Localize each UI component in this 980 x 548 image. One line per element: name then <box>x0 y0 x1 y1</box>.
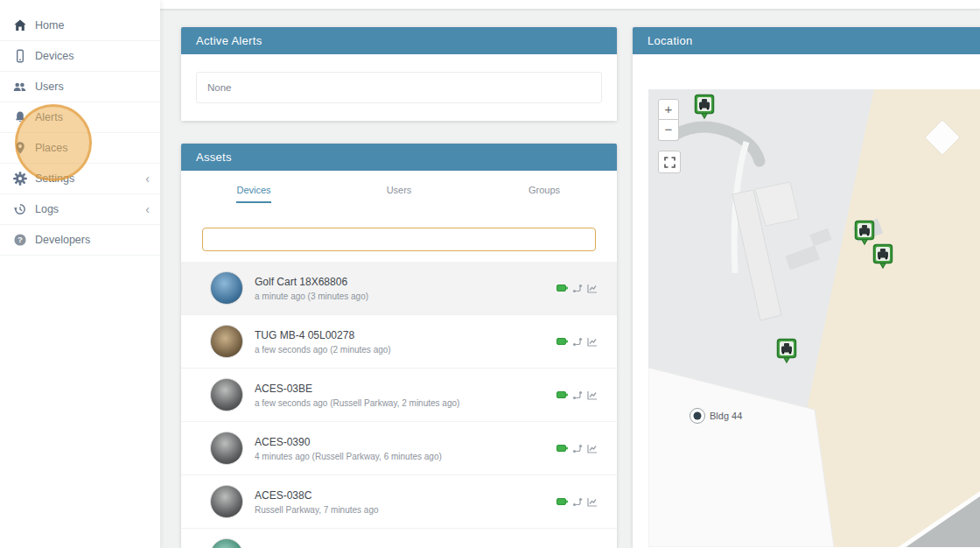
home-icon <box>12 18 27 32</box>
help-icon: ? <box>12 233 27 247</box>
device-search-input[interactable] <box>202 228 596 251</box>
device-row[interactable]: ACES-038C Russell Parkway, 7 minutes ago <box>181 475 617 529</box>
active-alerts-header: Active Alerts <box>181 27 617 54</box>
device-row[interactable]: ACES-03BE a few seconds ago (Russell Par… <box>181 369 617 422</box>
sidebar-item-home[interactable]: Home <box>0 11 160 41</box>
zoom-out-button[interactable]: − <box>658 120 679 141</box>
sidebar-label: Users <box>35 81 64 93</box>
device-info: ACES-0390 4 minutes ago (Russell Parkway… <box>255 436 442 461</box>
location-header: Location <box>633 27 980 54</box>
sidebar-item-places[interactable]: Places <box>0 133 160 164</box>
device-row-icons <box>556 497 598 507</box>
chart-icon[interactable] <box>587 444 598 453</box>
devices-icon <box>12 49 27 63</box>
chart-icon[interactable] <box>587 390 598 400</box>
device-avatar <box>210 271 243 305</box>
assets-tabs: Devices Users Groups <box>181 171 617 214</box>
tab-devices[interactable]: Devices <box>181 171 326 214</box>
map-controls: + − <box>658 99 681 173</box>
device-name: ACES-038C <box>255 489 379 502</box>
sidebar-label: Devices <box>35 50 74 62</box>
sidebar-label: Home <box>35 19 64 32</box>
battery-icon <box>556 338 568 345</box>
device-row[interactable]: ACES-0390 4 minutes ago (Russell Parkway… <box>181 422 617 475</box>
device-row[interactable]: TUG MB-3 16L00200 <box>181 529 617 548</box>
battery-icon <box>556 445 568 452</box>
device-avatar <box>210 378 243 411</box>
route-icon[interactable] <box>572 284 583 293</box>
device-search <box>202 228 596 251</box>
device-row-icons <box>556 337 598 347</box>
chart-icon[interactable] <box>587 337 598 347</box>
route-icon[interactable] <box>572 337 583 347</box>
device-status: a minute ago (3 minutes ago) <box>255 292 368 301</box>
sidebar-label: Alerts <box>35 111 63 123</box>
device-info: ACES-03BE a few seconds ago (Russell Par… <box>255 383 459 408</box>
sidebar-item-devices[interactable]: Devices <box>0 41 160 72</box>
device-avatar <box>210 485 243 518</box>
users-icon <box>12 80 27 94</box>
sidebar-item-settings[interactable]: Settings ‹ <box>0 164 160 194</box>
location-panel: Location <box>633 27 980 548</box>
device-avatar <box>210 538 243 548</box>
route-icon[interactable] <box>572 497 583 507</box>
sidebar-label: Settings <box>35 172 74 185</box>
map[interactable]: Bldg 44 + − <box>648 89 980 547</box>
assets-panel: Assets Devices Users Groups Golf Cart 18… <box>181 144 617 548</box>
device-row-icons <box>556 444 598 453</box>
sidebar: Home Devices Users Alerts Places <box>0 0 160 548</box>
route-icon[interactable] <box>572 444 583 453</box>
svg-text:?: ? <box>18 235 23 244</box>
device-name: Golf Cart 18X68806 <box>255 276 368 288</box>
sidebar-item-alerts[interactable]: Alerts <box>0 102 160 133</box>
device-name: ACES-03BE <box>255 383 459 395</box>
device-name: TUG MB-4 05L00278 <box>255 329 391 341</box>
fullscreen-icon <box>664 157 676 168</box>
device-list: Golf Cart 18X68806 a minute ago (3 minut… <box>181 262 617 548</box>
device-info: TUG MB-4 05L00278 a few seconds ago (2 m… <box>255 329 391 355</box>
device-name: ACES-0390 <box>255 436 442 448</box>
sidebar-item-logs[interactable]: Logs ‹ <box>0 194 160 225</box>
sidebar-label: Logs <box>35 203 59 215</box>
device-row[interactable]: Golf Cart 18X68806 a minute ago (3 minut… <box>181 262 617 315</box>
device-row-icons <box>556 284 598 293</box>
device-status: Russell Parkway, 7 minutes ago <box>255 505 379 515</box>
battery-icon <box>556 285 568 292</box>
chevron-left-icon: ‹ <box>145 203 150 215</box>
tab-users[interactable]: Users <box>326 171 472 214</box>
logs-icon <box>12 202 27 216</box>
sidebar-item-users[interactable]: Users <box>0 72 160 102</box>
device-row[interactable]: TUG MB-4 05L00278 a few seconds ago (2 m… <box>181 315 617 369</box>
sidebar-item-developers[interactable]: ? Developers <box>0 225 160 256</box>
sidebar-label: Places <box>35 142 68 154</box>
active-alerts-empty: None <box>196 72 602 103</box>
assets-body: Devices Users Groups Golf Cart 18X68806 … <box>181 171 617 548</box>
map-building-label: Bldg 44 <box>710 411 742 421</box>
assets-header: Assets <box>181 144 617 171</box>
location-body: Bldg 44 + − <box>633 54 980 548</box>
fullscreen-button[interactable] <box>658 151 681 173</box>
chart-icon[interactable] <box>587 284 598 293</box>
route-icon[interactable] <box>572 390 583 400</box>
zoom-in-button[interactable]: + <box>658 99 679 120</box>
active-alerts-body: None <box>181 54 617 121</box>
active-alerts-panel: Active Alerts None <box>181 27 617 121</box>
device-info: ACES-038C Russell Parkway, 7 minutes ago <box>255 489 379 515</box>
tab-groups[interactable]: Groups <box>472 171 617 214</box>
device-avatar <box>210 325 243 358</box>
sidebar-label: Developers <box>35 234 90 246</box>
chevron-left-icon: ‹ <box>145 172 150 185</box>
device-status: 4 minutes ago (Russell Parkway, 6 minute… <box>255 452 442 461</box>
settings-icon <box>12 172 27 186</box>
map-basemap: Bldg 44 <box>648 89 980 547</box>
battery-icon <box>556 498 568 505</box>
alerts-icon <box>12 110 27 124</box>
device-avatar <box>210 432 243 465</box>
device-info: Golf Cart 18X68806 a minute ago (3 minut… <box>255 276 368 301</box>
chart-icon[interactable] <box>587 497 598 507</box>
places-icon <box>12 141 27 155</box>
device-status: a few seconds ago (2 minutes ago) <box>255 345 391 355</box>
app-window: Home Devices Users Alerts Places <box>0 0 980 548</box>
battery-icon <box>556 391 568 398</box>
device-status: a few seconds ago (Russell Parkway, 2 mi… <box>255 398 459 408</box>
